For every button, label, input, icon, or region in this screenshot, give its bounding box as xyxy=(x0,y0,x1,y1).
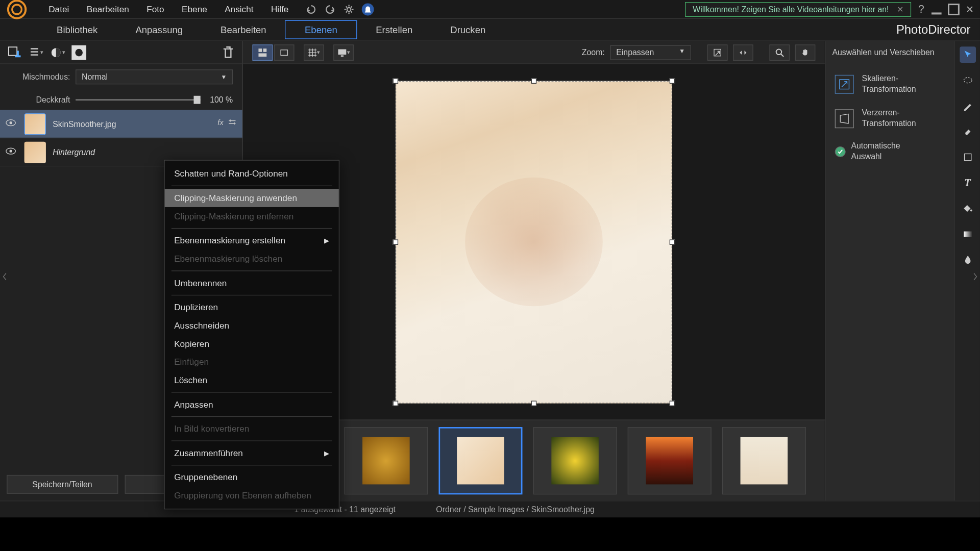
menu-ansicht[interactable]: Ansicht xyxy=(216,2,261,17)
magnify-icon[interactable] xyxy=(769,44,790,61)
app-logo xyxy=(4,0,30,22)
circle-icon[interactable] xyxy=(71,45,86,60)
svg-rect-17 xyxy=(338,49,346,55)
svg-point-10 xyxy=(10,121,12,124)
add-layer-icon[interactable] xyxy=(7,45,21,60)
redo-icon[interactable] xyxy=(324,3,336,15)
tab-bibliothek[interactable]: Bibliothek xyxy=(38,20,116,39)
fx-icon[interactable]: fx xyxy=(217,118,223,129)
layer-name: SkinSmoother.jpg xyxy=(53,119,211,129)
display-icon[interactable]: ▾ xyxy=(333,44,354,61)
tab-ebenen[interactable]: Ebenen xyxy=(285,20,357,39)
transform-panel: Auswählen und Verschieben Skalieren- Tra… xyxy=(825,41,980,500)
blur-tool-icon[interactable] xyxy=(960,252,976,268)
menu-ebene[interactable]: Ebene xyxy=(174,2,215,17)
svg-rect-23 xyxy=(964,154,971,160)
status-path: Ordner / Sample Images / SkinSmoother.jp… xyxy=(436,505,594,514)
svg-rect-5 xyxy=(9,47,17,55)
svg-rect-14 xyxy=(263,48,267,52)
visibility-icon[interactable] xyxy=(6,119,18,129)
fit-icon[interactable] xyxy=(707,44,728,61)
trash-icon[interactable] xyxy=(220,45,235,60)
ctx-item[interactable]: Ebenenmaskierung erstellen▶ xyxy=(165,232,339,250)
scale-transform[interactable]: Skalieren- Transformation xyxy=(832,67,947,102)
filmstrip-item[interactable] xyxy=(533,427,617,494)
collapse-left-icon[interactable] xyxy=(2,268,8,285)
ctx-item[interactable]: Ausschneiden xyxy=(165,316,339,335)
menu-hilfe[interactable]: Hilfe xyxy=(263,2,297,17)
welcome-text: Willkommen! Zeigen Sie alle Videoanleitu… xyxy=(693,5,889,14)
text-tool-icon[interactable]: T xyxy=(960,174,976,191)
svg-point-24 xyxy=(970,210,972,212)
menu-bearbeiten[interactable]: Bearbeiten xyxy=(79,2,137,17)
grid-icon[interactable]: ▾ xyxy=(304,44,324,61)
canvas-image[interactable] xyxy=(396,81,672,403)
blend-mode-select[interactable]: Normal▼ xyxy=(76,69,233,84)
list-icon[interactable]: ▾ xyxy=(29,45,43,60)
ctx-item[interactable]: Clipping-Maskierung anwenden xyxy=(165,189,339,207)
tab-anpassung[interactable]: Anpassung xyxy=(116,20,202,39)
zoom-select[interactable]: Einpassen▼ xyxy=(610,45,691,60)
fill-tool-icon[interactable] xyxy=(960,201,976,217)
select-tool-icon[interactable] xyxy=(960,72,976,88)
gradient-tool-icon[interactable] xyxy=(960,226,976,242)
filmstrip-item[interactable] xyxy=(438,427,522,494)
zoom-label: Zoom: xyxy=(582,47,605,57)
eraser-tool-icon[interactable] xyxy=(960,123,976,140)
view-compare-icon[interactable] xyxy=(274,44,295,61)
distort-transform[interactable]: Verzerren- Transformation xyxy=(832,102,947,136)
help-icon[interactable]: ? xyxy=(915,3,927,15)
window-close-icon[interactable]: ✕ xyxy=(964,3,976,15)
ctx-item[interactable]: Schatten und Rand-Optionen xyxy=(165,165,339,183)
ctx-item[interactable]: Kopieren xyxy=(165,335,339,353)
ctx-item: In Bild konvertieren xyxy=(165,419,339,438)
ctx-item[interactable]: Umbenennen xyxy=(165,274,339,292)
bell-icon[interactable] xyxy=(361,3,374,15)
maximize-icon[interactable] xyxy=(948,3,960,15)
blend-mode-label: Mischmodus: xyxy=(10,72,70,82)
welcome-banner[interactable]: Willkommen! Zeigen Sie alle Videoanleitu… xyxy=(685,2,911,16)
menu-foto[interactable]: Foto xyxy=(138,2,172,17)
undo-icon[interactable] xyxy=(305,3,317,15)
svg-point-12 xyxy=(10,150,12,153)
tab-erstellen[interactable]: Erstellen xyxy=(357,20,431,39)
ctx-item[interactable]: Duplizieren xyxy=(165,298,339,316)
tab-bearbeiten[interactable]: Bearbeiten xyxy=(202,20,285,39)
svg-rect-18 xyxy=(341,55,344,57)
shape-tool-icon[interactable] xyxy=(960,149,976,165)
ctx-item: Ebenenmaskierung löschen xyxy=(165,249,339,268)
tab-drucken[interactable]: Drucken xyxy=(431,20,504,39)
flip-icon[interactable] xyxy=(733,44,753,61)
save-share-button[interactable]: Speichern/Teilen xyxy=(7,475,118,494)
opacity-slider[interactable] xyxy=(76,99,201,101)
auto-select-checkbox[interactable]: Automatische Auswahl xyxy=(832,136,947,167)
svg-rect-15 xyxy=(258,53,266,57)
layer-adjust-icon[interactable] xyxy=(228,118,237,129)
filmstrip-item[interactable] xyxy=(344,427,428,494)
app-brand: PhotoDirector xyxy=(896,22,971,37)
view-single-icon[interactable] xyxy=(253,44,273,61)
layer-row[interactable]: SkinSmoother.jpgfx xyxy=(0,110,242,139)
opacity-label: Deckkraft xyxy=(10,95,70,105)
close-icon[interactable]: ✕ xyxy=(897,5,903,14)
ctx-item[interactable]: Anpassen xyxy=(165,395,339,414)
ctx-item[interactable]: Löschen xyxy=(165,371,339,389)
filmstrip-item[interactable] xyxy=(722,427,806,494)
hand-icon[interactable] xyxy=(795,44,816,61)
minimize-icon[interactable] xyxy=(932,3,944,15)
gear-icon[interactable] xyxy=(342,3,355,15)
mask-icon[interactable]: ▾ xyxy=(50,45,65,60)
svg-point-22 xyxy=(964,78,972,83)
ctx-item[interactable]: Gruppenebenen xyxy=(165,468,339,487)
ctx-item: Clipping-Maskierung entfernen xyxy=(165,207,339,226)
menu-datei[interactable]: Datei xyxy=(40,2,77,17)
visibility-icon[interactable] xyxy=(6,147,18,157)
collapse-right-icon[interactable] xyxy=(972,268,978,285)
ctx-item[interactable]: Zusammenführen▶ xyxy=(165,444,339,462)
pen-tool-icon[interactable] xyxy=(960,98,976,114)
opacity-value: 100 % xyxy=(210,95,233,105)
move-tool-icon[interactable] xyxy=(960,46,976,63)
svg-point-2 xyxy=(347,7,350,11)
mode-tabs: BibliothekAnpassungBearbeitenEbenenErste… xyxy=(0,19,980,41)
filmstrip-item[interactable] xyxy=(628,427,712,494)
